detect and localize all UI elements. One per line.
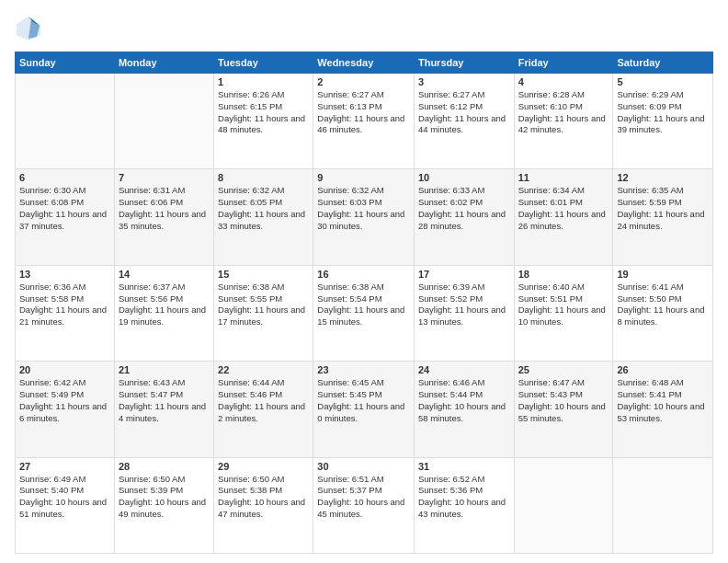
day-cell: 18Sunrise: 6:40 AM Sunset: 5:51 PM Dayli… — [514, 265, 613, 361]
day-number: 9 — [317, 172, 410, 183]
day-cell: 9Sunrise: 6:32 AM Sunset: 6:03 PM Daylig… — [313, 169, 415, 265]
day-number: 28 — [119, 461, 210, 472]
weekday-header-wednesday: Wednesday — [313, 52, 415, 74]
weekday-header-monday: Monday — [114, 52, 213, 74]
day-number: 20 — [19, 364, 110, 375]
day-number: 12 — [617, 172, 709, 183]
day-number: 22 — [218, 364, 309, 375]
day-info: Sunrise: 6:40 AM Sunset: 5:51 PM Dayligh… — [518, 282, 609, 328]
day-number: 18 — [518, 269, 609, 280]
day-info: Sunrise: 6:44 AM Sunset: 5:46 PM Dayligh… — [218, 377, 309, 424]
logo — [15, 15, 46, 42]
day-info: Sunrise: 6:37 AM Sunset: 5:56 PM Dayligh… — [119, 282, 210, 328]
day-cell: 15Sunrise: 6:38 AM Sunset: 5:55 PM Dayli… — [214, 265, 313, 361]
day-info: Sunrise: 6:38 AM Sunset: 5:54 PM Dayligh… — [317, 282, 410, 328]
day-info: Sunrise: 6:29 AM Sunset: 6:09 PM Dayligh… — [617, 89, 709, 136]
day-number: 29 — [218, 461, 309, 472]
day-cell: 4Sunrise: 6:28 AM Sunset: 6:10 PM Daylig… — [514, 74, 613, 169]
day-cell: 31Sunrise: 6:52 AM Sunset: 5:36 PM Dayli… — [414, 457, 514, 553]
day-number: 26 — [617, 364, 709, 375]
day-cell: 2Sunrise: 6:27 AM Sunset: 6:13 PM Daylig… — [313, 74, 415, 169]
weekday-header-saturday: Saturday — [613, 52, 713, 74]
week-row-3: 20Sunrise: 6:42 AM Sunset: 5:49 PM Dayli… — [16, 362, 713, 457]
day-info: Sunrise: 6:36 AM Sunset: 5:58 PM Dayligh… — [19, 282, 110, 328]
day-cell: 20Sunrise: 6:42 AM Sunset: 5:49 PM Dayli… — [16, 362, 115, 457]
day-number: 21 — [119, 364, 210, 375]
day-number: 8 — [218, 172, 309, 183]
day-info: Sunrise: 6:35 AM Sunset: 5:59 PM Dayligh… — [617, 185, 709, 232]
day-number: 16 — [317, 269, 410, 280]
day-number: 25 — [518, 364, 609, 375]
day-cell: 24Sunrise: 6:46 AM Sunset: 5:44 PM Dayli… — [414, 362, 514, 457]
day-info: Sunrise: 6:49 AM Sunset: 5:40 PM Dayligh… — [19, 474, 110, 521]
day-info: Sunrise: 6:38 AM Sunset: 5:55 PM Dayligh… — [218, 282, 309, 328]
page: SundayMondayTuesdayWednesdayThursdayFrid… — [0, 0, 728, 563]
day-cell: 28Sunrise: 6:50 AM Sunset: 5:39 PM Dayli… — [114, 457, 213, 553]
day-info: Sunrise: 6:27 AM Sunset: 6:12 PM Dayligh… — [418, 89, 510, 136]
week-row-0: 1Sunrise: 6:26 AM Sunset: 6:15 PM Daylig… — [16, 74, 713, 169]
day-cell — [16, 74, 115, 169]
day-cell: 7Sunrise: 6:31 AM Sunset: 6:06 PM Daylig… — [114, 169, 213, 265]
day-info: Sunrise: 6:34 AM Sunset: 6:01 PM Dayligh… — [518, 185, 609, 232]
day-info: Sunrise: 6:30 AM Sunset: 6:08 PM Dayligh… — [19, 185, 110, 232]
day-cell: 6Sunrise: 6:30 AM Sunset: 6:08 PM Daylig… — [16, 169, 115, 265]
day-cell: 1Sunrise: 6:26 AM Sunset: 6:15 PM Daylig… — [214, 74, 313, 169]
day-info: Sunrise: 6:52 AM Sunset: 5:36 PM Dayligh… — [418, 474, 510, 521]
weekday-header-sunday: Sunday — [16, 52, 115, 74]
day-cell: 17Sunrise: 6:39 AM Sunset: 5:52 PM Dayli… — [414, 265, 514, 361]
day-number: 15 — [218, 269, 309, 280]
day-info: Sunrise: 6:39 AM Sunset: 5:52 PM Dayligh… — [418, 282, 510, 328]
day-number: 14 — [119, 269, 210, 280]
day-number: 1 — [218, 76, 309, 87]
day-number: 2 — [317, 76, 410, 87]
day-info: Sunrise: 6:32 AM Sunset: 6:03 PM Dayligh… — [317, 185, 410, 232]
day-cell: 23Sunrise: 6:45 AM Sunset: 5:45 PM Dayli… — [313, 362, 415, 457]
day-cell — [114, 74, 213, 169]
week-row-4: 27Sunrise: 6:49 AM Sunset: 5:40 PM Dayli… — [16, 457, 713, 553]
day-number: 5 — [617, 76, 709, 87]
day-info: Sunrise: 6:46 AM Sunset: 5:44 PM Dayligh… — [418, 377, 510, 424]
weekday-header-tuesday: Tuesday — [214, 52, 313, 74]
header — [15, 15, 713, 42]
day-info: Sunrise: 6:50 AM Sunset: 5:38 PM Dayligh… — [218, 474, 309, 521]
day-cell: 30Sunrise: 6:51 AM Sunset: 5:37 PM Dayli… — [313, 457, 415, 553]
day-cell: 19Sunrise: 6:41 AM Sunset: 5:50 PM Dayli… — [613, 265, 713, 361]
day-info: Sunrise: 6:27 AM Sunset: 6:13 PM Dayligh… — [317, 89, 410, 136]
day-number: 6 — [19, 172, 110, 183]
calendar-table: SundayMondayTuesdayWednesdayThursdayFrid… — [15, 52, 713, 554]
day-number: 13 — [19, 269, 110, 280]
day-cell: 29Sunrise: 6:50 AM Sunset: 5:38 PM Dayli… — [214, 457, 313, 553]
day-cell: 13Sunrise: 6:36 AM Sunset: 5:58 PM Dayli… — [16, 265, 115, 361]
day-cell: 12Sunrise: 6:35 AM Sunset: 5:59 PM Dayli… — [613, 169, 713, 265]
weekday-header-friday: Friday — [514, 52, 613, 74]
day-info: Sunrise: 6:43 AM Sunset: 5:47 PM Dayligh… — [119, 377, 210, 424]
day-number: 19 — [617, 269, 709, 280]
day-cell: 5Sunrise: 6:29 AM Sunset: 6:09 PM Daylig… — [613, 74, 713, 169]
day-cell — [514, 457, 613, 553]
weekday-header-thursday: Thursday — [414, 52, 514, 74]
day-cell: 26Sunrise: 6:48 AM Sunset: 5:41 PM Dayli… — [613, 362, 713, 457]
day-cell: 16Sunrise: 6:38 AM Sunset: 5:54 PM Dayli… — [313, 265, 415, 361]
day-number: 10 — [418, 172, 510, 183]
week-row-1: 6Sunrise: 6:30 AM Sunset: 6:08 PM Daylig… — [16, 169, 713, 265]
day-cell: 3Sunrise: 6:27 AM Sunset: 6:12 PM Daylig… — [414, 74, 514, 169]
day-cell: 21Sunrise: 6:43 AM Sunset: 5:47 PM Dayli… — [114, 362, 213, 457]
day-cell — [613, 457, 713, 553]
day-number: 17 — [418, 269, 510, 280]
logo-icon — [15, 15, 42, 42]
day-number: 30 — [317, 461, 410, 472]
day-info: Sunrise: 6:47 AM Sunset: 5:43 PM Dayligh… — [518, 377, 609, 424]
day-cell: 22Sunrise: 6:44 AM Sunset: 5:46 PM Dayli… — [214, 362, 313, 457]
day-info: Sunrise: 6:51 AM Sunset: 5:37 PM Dayligh… — [317, 474, 410, 521]
day-number: 11 — [518, 172, 609, 183]
day-info: Sunrise: 6:41 AM Sunset: 5:50 PM Dayligh… — [617, 282, 709, 328]
day-number: 24 — [418, 364, 510, 375]
day-info: Sunrise: 6:32 AM Sunset: 6:05 PM Dayligh… — [218, 185, 309, 232]
day-cell: 14Sunrise: 6:37 AM Sunset: 5:56 PM Dayli… — [114, 265, 213, 361]
day-info: Sunrise: 6:45 AM Sunset: 5:45 PM Dayligh… — [317, 377, 410, 424]
day-cell: 8Sunrise: 6:32 AM Sunset: 6:05 PM Daylig… — [214, 169, 313, 265]
day-number: 31 — [418, 461, 510, 472]
week-row-2: 13Sunrise: 6:36 AM Sunset: 5:58 PM Dayli… — [16, 265, 713, 361]
day-number: 23 — [317, 364, 410, 375]
day-info: Sunrise: 6:28 AM Sunset: 6:10 PM Dayligh… — [518, 89, 609, 136]
